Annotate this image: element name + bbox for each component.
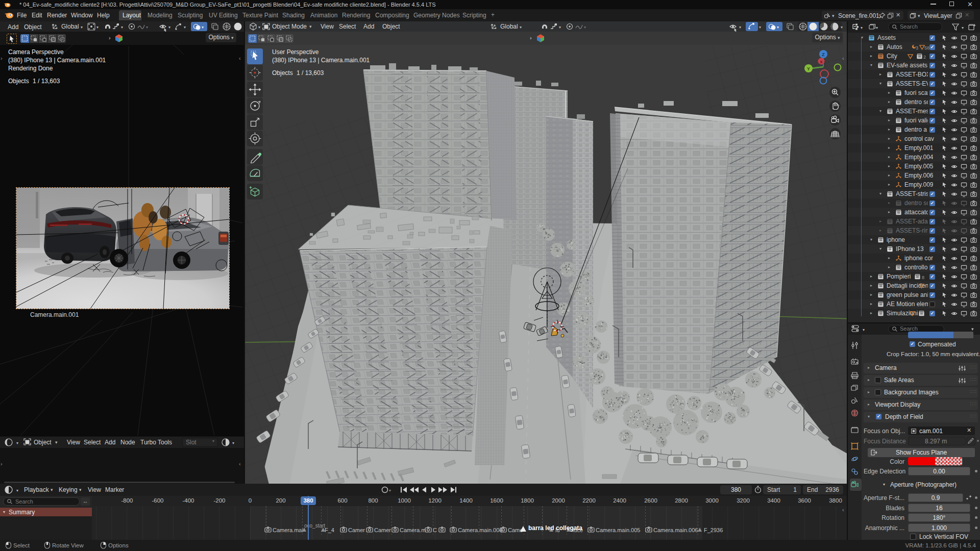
svg-text:▾: ▾ [168,25,170,30]
svg-text:▾: ▾ [16,488,18,493]
svg-text:▾: ▾ [861,26,863,30]
svg-text:Global: Global [61,23,79,30]
svg-text:▾: ▾ [841,25,843,30]
svg-text:▾: ▾ [202,25,204,30]
svg-text:▾: ▾ [559,25,561,30]
svg-text:▾: ▾ [81,25,83,30]
svg-text:▾: ▾ [777,25,779,30]
svg-text:▾: ▾ [146,25,148,30]
svg-text:▾: ▾ [121,25,123,30]
svg-text:Y: Y [807,66,810,71]
svg-text:Global: Global [500,23,518,30]
svg-text:▾: ▾ [258,25,260,30]
svg-text:▾: ▾ [389,488,391,493]
svg-text:▾: ▾ [759,25,761,30]
svg-text:▾: ▾ [232,441,234,445]
svg-text:▾: ▾ [16,441,18,445]
svg-text:▾: ▾ [863,328,865,332]
svg-text:▾: ▾ [876,26,878,30]
svg-text:▾: ▾ [584,25,586,30]
svg-text:▾: ▾ [739,25,741,30]
svg-text:▾: ▾ [520,25,522,30]
svg-text:▾: ▾ [96,25,99,30]
svg-text:▾: ▾ [962,26,964,30]
svg-text:X: X [820,60,823,64]
svg-text:Z: Z [822,52,825,57]
svg-text:▾: ▾ [184,25,186,30]
